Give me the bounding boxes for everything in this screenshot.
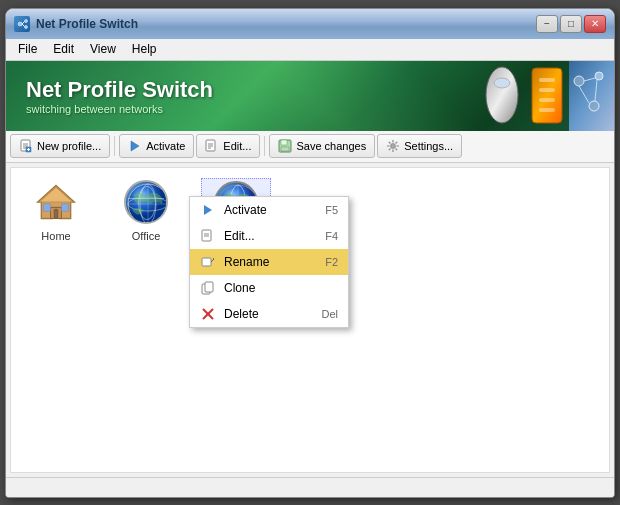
profile-office[interactable]: Office: [111, 178, 181, 242]
menu-view[interactable]: View: [82, 40, 124, 58]
ctx-delete-label: Delete: [224, 307, 259, 321]
ctx-delete[interactable]: Delete Del: [190, 301, 348, 327]
header-text: Net Profile Switch switching between net…: [26, 77, 213, 115]
app-subtitle: switching between networks: [26, 103, 213, 115]
status-bar: [6, 477, 614, 497]
ctx-rename-shortcut: F2: [325, 256, 338, 268]
svg-rect-46: [43, 203, 50, 210]
settings-icon: [386, 139, 400, 153]
svg-rect-9: [539, 88, 555, 92]
svg-rect-32: [281, 140, 287, 145]
ctx-edit[interactable]: Edit... F4: [190, 223, 348, 249]
svg-rect-11: [539, 108, 555, 112]
toolbar-separator-2: [264, 136, 265, 156]
ctx-delete-icon: [200, 306, 216, 322]
svg-marker-26: [131, 141, 139, 151]
svg-rect-48: [54, 209, 58, 218]
toolbar-separator-1: [114, 136, 115, 156]
svg-point-5: [486, 67, 518, 123]
profiles-area: Home: [10, 167, 610, 473]
profile-home-icon: [32, 178, 80, 226]
svg-rect-47: [62, 203, 69, 210]
edit-label: Edit...: [223, 140, 251, 152]
svg-point-50: [140, 184, 156, 224]
save-changes-label: Save changes: [296, 140, 366, 152]
svg-line-3: [22, 21, 25, 24]
new-profile-button[interactable]: New profile...: [10, 134, 110, 158]
save-icon: [278, 139, 292, 153]
ctx-edit-label: Edit...: [224, 229, 255, 243]
svg-line-65: [213, 258, 214, 259]
ctx-clone-icon: [200, 280, 216, 296]
new-profile-icon: [19, 139, 33, 153]
svg-line-39: [389, 142, 391, 144]
svg-rect-67: [205, 282, 213, 292]
title-bar: Net Profile Switch − □ ✕: [6, 9, 614, 39]
ctx-edit-icon: [200, 228, 216, 244]
header-icon-2: [524, 61, 569, 131]
menu-bar: File Edit View Help: [6, 39, 614, 61]
close-button[interactable]: ✕: [584, 15, 606, 33]
svg-line-41: [396, 142, 398, 144]
svg-marker-44: [40, 187, 73, 202]
svg-marker-59: [204, 205, 212, 215]
activate-label: Activate: [146, 140, 185, 152]
save-changes-button[interactable]: Save changes: [269, 134, 375, 158]
svg-point-13: [574, 76, 584, 86]
header-icon-3: [569, 61, 614, 131]
menu-help[interactable]: Help: [124, 40, 165, 58]
profile-home-label: Home: [41, 230, 70, 242]
header-icon-1: [479, 61, 524, 131]
profile-office-label: Office: [132, 230, 161, 242]
ctx-delete-shortcut: Del: [321, 308, 338, 320]
activate-button[interactable]: Activate: [119, 134, 194, 158]
edit-button[interactable]: Edit...: [196, 134, 260, 158]
ctx-edit-shortcut: F4: [325, 230, 338, 242]
new-profile-label: New profile...: [37, 140, 101, 152]
window-controls: − □ ✕: [536, 15, 606, 33]
toolbar: New profile... Activate Edit...: [6, 131, 614, 163]
menu-edit[interactable]: Edit: [45, 40, 82, 58]
minimize-button[interactable]: −: [536, 15, 558, 33]
svg-rect-12: [569, 61, 614, 131]
profile-office-icon: [122, 178, 170, 226]
svg-rect-7: [532, 68, 562, 123]
window-title: Net Profile Switch: [36, 17, 536, 31]
app-title: Net Profile Switch: [26, 77, 213, 103]
header-banner: Net Profile Switch switching between net…: [6, 61, 614, 131]
ctx-clone-label: Clone: [224, 281, 255, 295]
ctx-rename-icon: [200, 254, 216, 270]
ctx-clone[interactable]: Clone: [190, 275, 348, 301]
ctx-rename[interactable]: Rename F2: [190, 249, 348, 275]
svg-point-2: [25, 25, 28, 28]
svg-line-4: [22, 24, 25, 27]
svg-point-1: [25, 19, 28, 22]
header-icons: [479, 61, 614, 131]
main-window: Net Profile Switch − □ ✕ File Edit View …: [5, 8, 615, 498]
svg-line-42: [389, 149, 391, 151]
settings-label: Settings...: [404, 140, 453, 152]
ctx-activate-shortcut: F5: [325, 204, 338, 216]
app-icon: [14, 16, 30, 32]
svg-point-14: [595, 72, 603, 80]
edit-icon: [205, 139, 219, 153]
menu-file[interactable]: File: [10, 40, 45, 58]
settings-button[interactable]: Settings...: [377, 134, 462, 158]
ctx-activate[interactable]: Activate F5: [190, 197, 348, 223]
activate-icon: [128, 139, 142, 153]
office-globe-icon: [124, 180, 168, 224]
profile-home[interactable]: Home: [21, 178, 91, 242]
ctx-activate-icon: [200, 202, 216, 218]
svg-point-6: [494, 78, 510, 88]
svg-rect-63: [202, 258, 211, 266]
maximize-button[interactable]: □: [560, 15, 582, 33]
svg-rect-33: [281, 147, 289, 151]
ctx-rename-label: Rename: [224, 255, 269, 269]
context-menu: Activate F5 Edit... F4: [189, 196, 349, 328]
svg-point-34: [391, 144, 396, 149]
svg-line-40: [396, 149, 398, 151]
svg-point-0: [18, 22, 22, 26]
ctx-activate-label: Activate: [224, 203, 267, 217]
svg-rect-8: [539, 78, 555, 82]
svg-rect-10: [539, 98, 555, 102]
